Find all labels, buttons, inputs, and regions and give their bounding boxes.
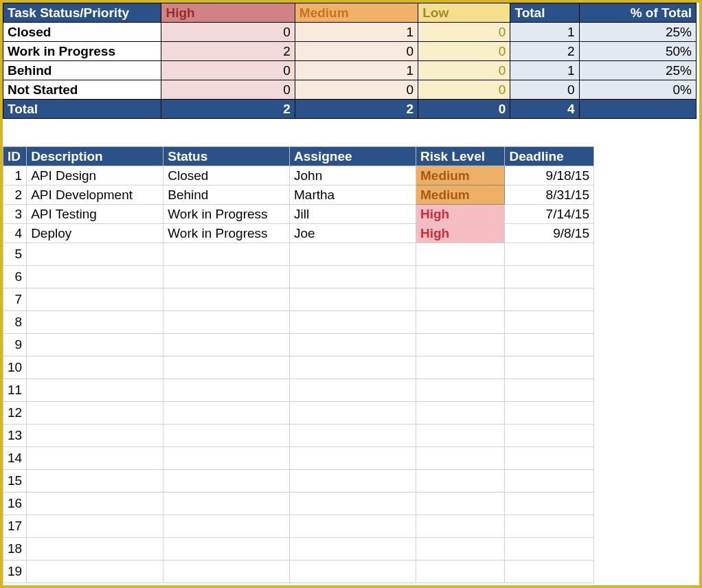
task-id[interactable]: 15 [3,470,27,493]
task-risk[interactable] [416,402,504,425]
task-status[interactable] [163,493,290,515]
task-risk[interactable] [416,243,504,266]
task-assignee[interactable]: Martha [290,185,416,205]
task-description[interactable] [27,470,163,493]
task-risk[interactable] [416,266,504,289]
summary-cell-medium[interactable]: 0 [295,80,418,100]
task-assignee[interactable] [290,447,416,470]
task-assignee[interactable] [290,561,416,583]
task-assignee[interactable] [290,425,416,447]
task-description[interactable] [27,379,163,402]
task-description[interactable]: API Design [27,166,163,185]
task-status[interactable] [163,470,290,493]
task-status[interactable]: Behind [163,185,290,205]
task-deadline[interactable] [505,515,594,538]
task-deadline[interactable] [505,425,594,447]
summary-cell-medium[interactable]: 0 [295,42,418,61]
task-assignee[interactable] [290,357,416,379]
task-description[interactable] [27,538,163,561]
summary-cell-total[interactable]: 1 [510,61,579,80]
task-description[interactable]: API Development [27,185,163,205]
task-deadline[interactable] [505,334,594,357]
task-status[interactable] [163,266,290,289]
task-id[interactable]: 13 [3,425,27,447]
task-status[interactable] [163,334,290,357]
task-description[interactable] [27,243,163,266]
task-deadline[interactable] [505,561,594,583]
task-status[interactable]: Work in Progress [163,224,290,243]
task-id[interactable]: 6 [3,266,27,289]
task-deadline[interactable] [505,357,594,379]
summary-cell-high[interactable]: 0 [161,23,295,42]
summary-cell-high[interactable]: 0 [161,61,295,80]
summary-cell-medium[interactable]: 1 [295,61,418,80]
task-assignee[interactable] [290,334,416,357]
task-assignee[interactable] [290,379,416,402]
task-deadline[interactable] [505,289,594,311]
task-status[interactable] [163,357,290,379]
task-risk[interactable] [416,561,504,583]
task-status[interactable] [163,447,290,470]
task-deadline[interactable] [505,266,594,289]
task-assignee[interactable] [290,470,416,493]
task-assignee[interactable] [290,289,416,311]
task-id[interactable]: 10 [3,357,27,379]
task-deadline[interactable] [505,243,594,266]
task-description[interactable] [27,311,163,334]
task-id[interactable]: 14 [3,447,27,470]
task-assignee[interactable] [290,402,416,425]
summary-cell-high[interactable]: 2 [161,42,295,61]
task-id[interactable]: 16 [3,493,27,515]
summary-cell-total[interactable]: 2 [510,42,579,61]
task-risk[interactable]: High [416,224,504,243]
task-risk[interactable] [416,515,504,538]
task-risk[interactable] [416,493,504,515]
task-deadline[interactable] [505,311,594,334]
task-deadline[interactable] [505,447,594,470]
task-status[interactable] [163,379,290,402]
task-assignee[interactable] [290,515,416,538]
summary-cell-low[interactable]: 0 [418,42,510,61]
task-description[interactable]: API Testing [27,205,163,224]
task-description[interactable] [27,447,163,470]
task-risk[interactable] [416,334,504,357]
task-deadline[interactable] [505,379,594,402]
task-description[interactable] [27,493,163,515]
task-id[interactable]: 1 [3,166,27,185]
summary-cell-pct[interactable]: 25% [579,61,696,80]
task-status[interactable] [163,289,290,311]
summary-cell-low[interactable]: 0 [418,23,510,42]
summary-cell-pct[interactable]: 0% [579,80,696,100]
task-id[interactable]: 11 [3,379,27,402]
task-risk[interactable] [416,357,504,379]
task-description[interactable] [27,334,163,357]
task-assignee[interactable] [290,538,416,561]
task-risk[interactable] [416,470,504,493]
task-description[interactable] [27,402,163,425]
task-id[interactable]: 19 [3,561,27,583]
summary-cell-pct[interactable]: 25% [579,23,696,42]
task-id[interactable]: 8 [3,311,27,334]
task-deadline[interactable] [505,493,594,515]
task-id[interactable]: 4 [3,224,27,243]
task-risk[interactable] [416,447,504,470]
summary-cell-high[interactable]: 0 [161,80,295,100]
task-description[interactable] [27,561,163,583]
task-status[interactable] [163,538,290,561]
task-status[interactable] [163,561,290,583]
task-risk[interactable] [416,538,504,561]
task-risk[interactable] [416,379,504,402]
task-status[interactable]: Work in Progress [163,205,290,224]
task-assignee[interactable]: John [290,166,416,185]
task-assignee[interactable] [290,243,416,266]
summary-cell-medium[interactable]: 1 [295,23,418,42]
task-id[interactable]: 18 [3,538,27,561]
task-status[interactable] [163,243,290,266]
task-id[interactable]: 7 [3,289,27,311]
summary-cell-total[interactable]: 0 [510,80,579,100]
task-assignee[interactable] [290,266,416,289]
task-deadline[interactable] [505,538,594,561]
task-id[interactable]: 9 [3,334,27,357]
task-status[interactable]: Closed [163,166,290,185]
task-id[interactable]: 2 [3,185,27,205]
